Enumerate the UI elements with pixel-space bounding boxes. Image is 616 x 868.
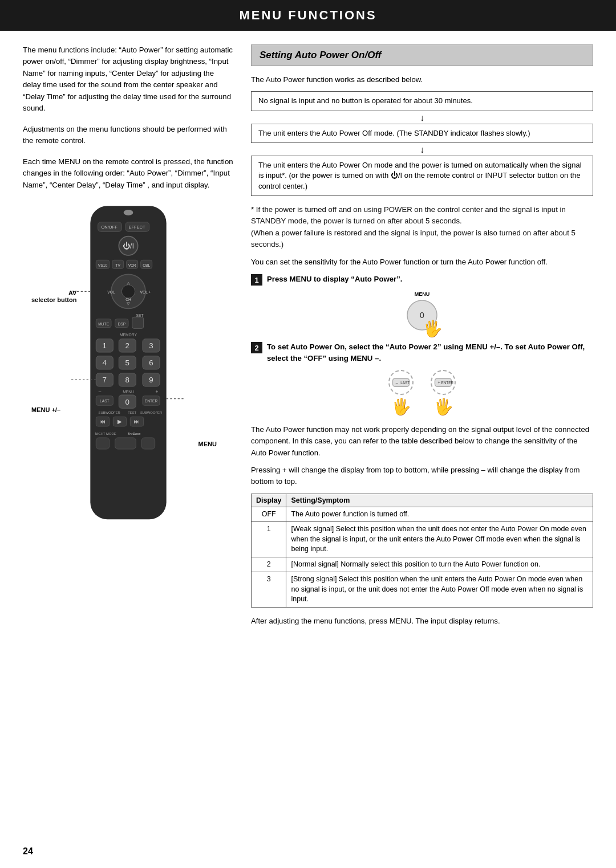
svg-text:+: + <box>438 380 440 385</box>
last-button-group: – LAST 🖐 <box>388 370 414 416</box>
step-1-number: 1 <box>251 274 262 286</box>
svg-text:MENU: MENU <box>123 390 134 394</box>
svg-text:8: 8 <box>125 376 129 384</box>
svg-text:TV: TV <box>115 263 120 267</box>
svg-text:2: 2 <box>125 341 129 350</box>
left-para-1: The menu functions include: “Auto Power”… <box>23 44 234 115</box>
svg-text:3: 3 <box>149 341 153 350</box>
table-cell-symptom: The Auto power function is turned off. <box>286 507 593 522</box>
svg-text:VS10: VS10 <box>98 263 108 267</box>
svg-rect-69 <box>96 438 109 449</box>
table-row: 1[Weak signal] Select this position when… <box>252 522 593 557</box>
svg-rect-70 <box>115 438 136 449</box>
section-title: Setting Auto Power On/Off <box>251 44 593 66</box>
svg-text:6: 6 <box>149 358 153 367</box>
svg-text:⏻/I: ⏻/I <box>123 242 134 250</box>
left-column: The menu functions include: “Auto Power”… <box>23 44 234 633</box>
svg-text:TEST: TEST <box>128 411 136 414</box>
table-cell-symptom: [Strong signal] Select this position whe… <box>286 572 593 608</box>
svg-text:CBL: CBL <box>143 263 150 267</box>
body-text-2: The Auto Power function may not work pro… <box>251 424 593 459</box>
step-1-text: Press MENU to display “Auto Power”. <box>267 274 402 285</box>
svg-text:0: 0 <box>125 398 129 406</box>
table-header-symptom: Setting/Symptom <box>286 494 593 507</box>
menu-label: MENU <box>198 441 217 447</box>
svg-text:+: + <box>156 389 159 394</box>
body-text-1: You can set the sensitivity for the Auto… <box>251 256 593 268</box>
table-cell-symptom: [Weak signal] Select this position when … <box>286 522 593 557</box>
av-selector-label: AV selector button <box>31 290 76 303</box>
menu-plus-minus-label: MENU +/– <box>31 406 60 413</box>
svg-text:NIGHT MODE: NIGHT MODE <box>95 432 116 435</box>
table-cell-display: 1 <box>252 522 286 557</box>
svg-text:1: 1 <box>103 341 107 350</box>
svg-text:7: 7 <box>103 376 107 384</box>
svg-text:ON/OFF: ON/OFF <box>102 225 118 230</box>
flow-arrow-1: ↓ <box>251 112 593 123</box>
remote-wrapper: AV selector button MENU +/– MENU <box>71 201 185 526</box>
svg-text:ENTER: ENTER <box>145 399 158 403</box>
footnote-text: * If the power is turned off and on usin… <box>251 204 593 251</box>
step-2-row: 2 To set Auto Power On, select the “Auto… <box>251 341 593 364</box>
svg-text:DSP: DSP <box>117 322 125 326</box>
page-title: Menu Functions <box>0 0 616 31</box>
left-para-2: Adjustments on the menu functions should… <box>23 124 234 147</box>
svg-text:TruBass: TruBass <box>127 432 141 435</box>
svg-text:LAST: LAST <box>400 380 410 384</box>
table-row: 2[Normal signal] Normally select this po… <box>252 557 593 572</box>
last-button-circle: – LAST <box>388 370 414 395</box>
step-2-number: 2 <box>251 342 262 353</box>
svg-text:5: 5 <box>125 358 129 367</box>
menu-button-label: MENU <box>415 291 430 297</box>
last-hand-icon: 🖐 <box>391 397 411 416</box>
flow-diagram: No signal is input and no button is oper… <box>251 91 593 195</box>
svg-text:9: 9 <box>149 376 153 384</box>
svg-text:▶: ▶ <box>117 418 122 425</box>
enter-button-group: + ENTER 🖐 <box>431 370 456 416</box>
svg-text:⏭: ⏭ <box>134 418 140 425</box>
svg-text:4: 4 <box>103 358 107 367</box>
flow-box-1: No signal is input and no button is oper… <box>251 91 593 111</box>
settings-table: Display Setting/Symptom OFFThe Auto powe… <box>251 494 593 608</box>
step-2-text: To set Auto Power On, select the “Auto P… <box>267 341 593 364</box>
table-cell-symptom: [Normal signal] Normally select this pos… <box>286 557 593 572</box>
step-1-illustration: MENU 0 🖐 <box>251 291 593 331</box>
table-cell-display: OFF <box>252 507 286 522</box>
svg-text:EFFECT: EFFECT <box>128 225 145 230</box>
table-header-display: Display <box>252 494 286 507</box>
footer-text: After adjusting the menu functions, pres… <box>251 616 593 627</box>
svg-point-1 <box>124 210 133 215</box>
svg-text:SUBWOOFER: SUBWOOFER <box>140 411 162 414</box>
right-column: Setting Auto Power On/Off The Auto Power… <box>251 44 593 633</box>
remote-svg: ON/OFF EFFECT ⏻/I VS10 TV VCR <box>71 201 185 524</box>
svg-text:MUTE: MUTE <box>98 322 109 326</box>
left-para-3: Each time MENU on the remote control is … <box>23 156 234 191</box>
table-row: 3[Strong signal] Select this position wh… <box>252 572 593 608</box>
svg-text:LAST: LAST <box>100 399 110 403</box>
table-cell-display: 2 <box>252 557 286 572</box>
table-row: OFFThe Auto power function is turned off… <box>252 507 593 522</box>
svg-text:⏮: ⏮ <box>100 418 106 425</box>
svg-rect-71 <box>141 438 155 449</box>
svg-point-23 <box>121 285 135 298</box>
remote-illustration: AV selector button MENU +/– MENU <box>23 201 234 526</box>
step-2-illustration: – LAST 🖐 + ENTER 🖐 <box>251 370 593 416</box>
page-number: 24 <box>23 846 33 857</box>
flow-arrow-2: ↓ <box>251 144 593 155</box>
svg-text:VOL +: VOL + <box>140 290 151 294</box>
step-1-row: 1 Press MENU to display “Auto Power”. <box>251 274 593 286</box>
svg-text:VCR: VCR <box>128 263 136 267</box>
svg-text:MEMORY: MEMORY <box>120 333 137 337</box>
enter-button-circle: + ENTER <box>431 370 456 395</box>
svg-rect-29 <box>132 317 144 328</box>
body-text-3: Pressing + will change the display from … <box>251 464 593 488</box>
intro-text: The Auto Power function works as describ… <box>251 74 593 85</box>
svg-text:VOL: VOL <box>107 290 115 294</box>
enter-hand-icon: 🖐 <box>433 397 453 416</box>
svg-text:0: 0 <box>420 311 424 320</box>
flow-box-3: The unit enters the Auto Power On mode a… <box>251 156 593 196</box>
page: Menu Functions The menu functions includ… <box>0 0 616 868</box>
flow-box-2: The unit enters the Auto Power Off mode.… <box>251 124 593 143</box>
svg-text:SUBWOOFER: SUBWOOFER <box>99 411 120 414</box>
svg-text:ENTER: ENTER <box>441 380 453 384</box>
